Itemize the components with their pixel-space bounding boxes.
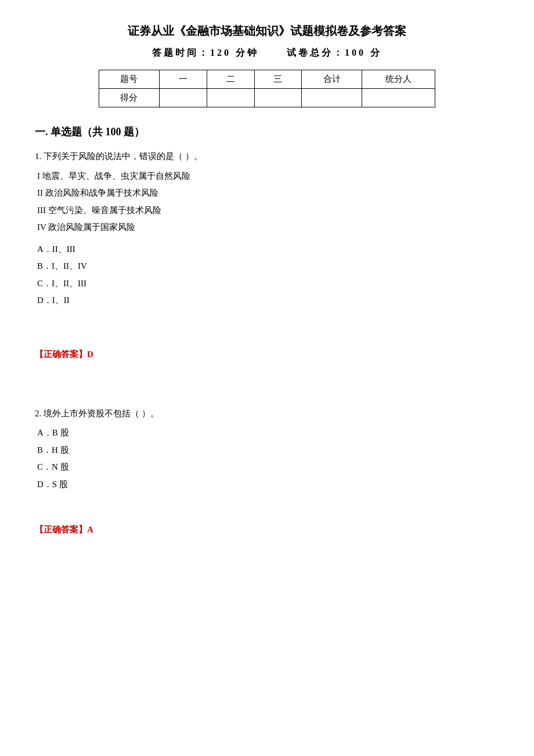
question-2-option-c: C．N 股 [35,460,499,475]
question-1-option-b: B．I、II、IV [35,259,499,274]
question-1-number: 1. [35,152,41,161]
question-1-option-c: C．I、II、III [35,276,499,291]
score-row: 得分 [99,89,435,107]
question-1-item-1: II 政治风险和战争属于技术风险 [35,186,499,201]
table-header-row: 题号 一 二 三 合计 统分人 [99,70,435,89]
col-header-5: 统分人 [362,70,435,89]
answer-2: 【正确答案】A [35,524,499,535]
question-1-body: 下列关于风险的说法中，错误的是（ ）。 [44,152,203,161]
question-1-option-a: A．II、III [35,242,499,257]
question-1-item-3: IV 政治风险属于国家风险 [35,220,499,235]
question-1-item-0: I 地震、旱灾、战争、虫灾属于自然风险 [35,169,499,184]
question-2-number: 2. [35,409,41,418]
section1-title: 一. 单选题（共 100 题） [35,125,499,139]
score-val-3 [302,89,362,107]
score-val-1 [207,89,254,107]
answer-2-value: A [87,525,93,534]
question-2-option-d: D．S 股 [35,477,499,492]
col-header-2: 二 [207,70,254,89]
col-header-4: 合计 [302,70,362,89]
score-val-4 [362,89,435,107]
score-table: 题号 一 二 三 合计 统分人 得分 [99,70,435,107]
col-header-1: 一 [159,70,207,89]
col-header-3: 三 [254,70,302,89]
score-label: 得分 [99,89,160,107]
question-1: 1. 下列关于风险的说法中，错误的是（ ）。 I 地震、旱灾、战争、虫灾属于自然… [35,149,499,308]
score-val-2 [254,89,302,107]
sub-title: 答题时间：120 分钟 试卷总分：100 分 [35,47,499,59]
subtitle-score: 试卷总分：100 分 [287,48,382,57]
question-1-option-d: D．I、II [35,293,499,308]
question-2-body: 境外上市外资股不包括（ ）。 [44,409,159,418]
question-2-option-a: A．B 股 [35,426,499,441]
question-1-item-2: III 空气污染、噪音属于技术风险 [35,203,499,218]
answer-1-label: 【正确答案】 [35,350,87,359]
score-val-0 [159,89,207,107]
col-header-0: 题号 [99,70,160,89]
answer-2-label: 【正确答案】 [35,525,87,534]
question-2: 2. 境外上市外资股不包括（ ）。 A．B 股 B．H 股 C．N 股 D．S … [35,406,499,492]
answer-1: 【正确答案】D [35,349,499,360]
question-1-text: 1. 下列关于风险的说法中，错误的是（ ）。 [35,149,499,164]
page-title: 证券从业《金融市场基础知识》试题模拟卷及参考答案 [35,23,499,39]
answer-1-value: D [87,350,93,359]
subtitle-time: 答题时间：120 分钟 [152,48,259,57]
question-2-option-b: B．H 股 [35,443,499,458]
question-2-text: 2. 境外上市外资股不包括（ ）。 [35,406,499,422]
